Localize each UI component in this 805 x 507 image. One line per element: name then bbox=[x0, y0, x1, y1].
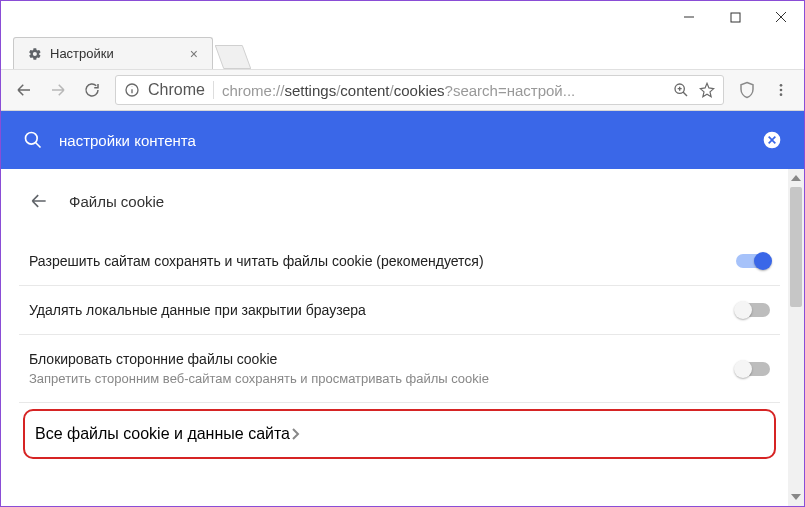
page-title: Файлы cookie bbox=[69, 193, 164, 210]
scroll-thumb[interactable] bbox=[790, 187, 802, 307]
gear-icon bbox=[28, 47, 42, 61]
setting-sublabel: Запретить сторонним веб-сайтам сохранять… bbox=[29, 371, 489, 386]
setting-label: Разрешить сайтам сохранять и читать файл… bbox=[29, 253, 484, 269]
zoom-icon[interactable] bbox=[673, 82, 689, 98]
link-row-all-cookies[interactable]: Все файлы cookie и данные сайта bbox=[23, 409, 776, 459]
window-maximize-button[interactable] bbox=[712, 1, 758, 33]
tab-title: Настройки bbox=[50, 46, 114, 61]
search-icon bbox=[23, 130, 43, 150]
back-button[interactable] bbox=[13, 79, 35, 101]
tab-strip: Настройки × bbox=[1, 33, 804, 69]
svg-point-11 bbox=[780, 84, 783, 87]
window-titlebar bbox=[1, 1, 804, 33]
toggle-clear-on-exit[interactable] bbox=[736, 303, 770, 317]
setting-label: Удалять локальные данные при закрытии бр… bbox=[29, 302, 366, 318]
reload-button[interactable] bbox=[81, 79, 103, 101]
omnibox-actions bbox=[673, 82, 715, 98]
scroll-up-button[interactable] bbox=[788, 169, 804, 187]
window-close-button[interactable] bbox=[758, 1, 804, 33]
svg-point-13 bbox=[780, 93, 783, 96]
url-text: chrome://settings/content/cookies?search… bbox=[222, 82, 575, 99]
svg-line-8 bbox=[683, 92, 687, 96]
extension-shield-icon[interactable] bbox=[736, 79, 758, 101]
new-tab-button[interactable] bbox=[215, 45, 252, 69]
url-seg-settings: settings bbox=[284, 82, 336, 99]
browser-toolbar: Chrome chrome://settings/content/cookies… bbox=[1, 69, 804, 111]
settings-search-bar: настройки контента bbox=[1, 111, 804, 169]
page-header: Файлы cookie bbox=[19, 169, 780, 237]
forward-button[interactable] bbox=[47, 79, 69, 101]
bookmark-star-icon[interactable] bbox=[699, 82, 715, 98]
toggle-block-3p[interactable] bbox=[736, 362, 770, 376]
setting-row-block-3p: Блокировать сторонние файлы cookie Запре… bbox=[19, 335, 780, 403]
tab-close-button[interactable]: × bbox=[190, 46, 198, 62]
setting-label: Блокировать сторонние файлы cookie bbox=[29, 351, 489, 367]
scroll-track[interactable] bbox=[788, 187, 804, 488]
omnibox-divider bbox=[213, 81, 214, 99]
clear-search-button[interactable] bbox=[762, 130, 782, 150]
settings-content: Файлы cookie Разрешить сайтам сохранять … bbox=[1, 169, 788, 506]
back-arrow-button[interactable] bbox=[29, 191, 49, 211]
url-scheme: chrome:// bbox=[222, 82, 285, 99]
svg-point-14 bbox=[26, 133, 38, 145]
svg-point-12 bbox=[780, 89, 783, 92]
link-label: Все файлы cookie и данные сайта bbox=[35, 425, 290, 443]
url-seg-cookies: cookies bbox=[394, 82, 445, 99]
svg-line-15 bbox=[36, 143, 41, 148]
window-minimize-button[interactable] bbox=[666, 1, 712, 33]
url-browser-label: Chrome bbox=[148, 81, 205, 99]
vertical-scrollbar[interactable] bbox=[788, 169, 804, 506]
svg-rect-1 bbox=[731, 13, 740, 22]
setting-row-allow-cookies: Разрешить сайтам сохранять и читать файл… bbox=[19, 237, 780, 286]
url-seg-content: content bbox=[340, 82, 389, 99]
search-query-text[interactable]: настройки контента bbox=[59, 132, 196, 149]
toggle-allow-cookies[interactable] bbox=[736, 254, 770, 268]
tab-settings[interactable]: Настройки × bbox=[13, 37, 213, 69]
setting-row-clear-on-exit: Удалять локальные данные при закрытии бр… bbox=[19, 286, 780, 335]
site-info-icon[interactable] bbox=[124, 82, 140, 98]
chevron-right-icon bbox=[290, 428, 300, 440]
address-bar[interactable]: Chrome chrome://settings/content/cookies… bbox=[115, 75, 724, 105]
scroll-down-button[interactable] bbox=[788, 488, 804, 506]
menu-button[interactable] bbox=[770, 79, 792, 101]
url-query: ?search=настрой... bbox=[445, 82, 576, 99]
